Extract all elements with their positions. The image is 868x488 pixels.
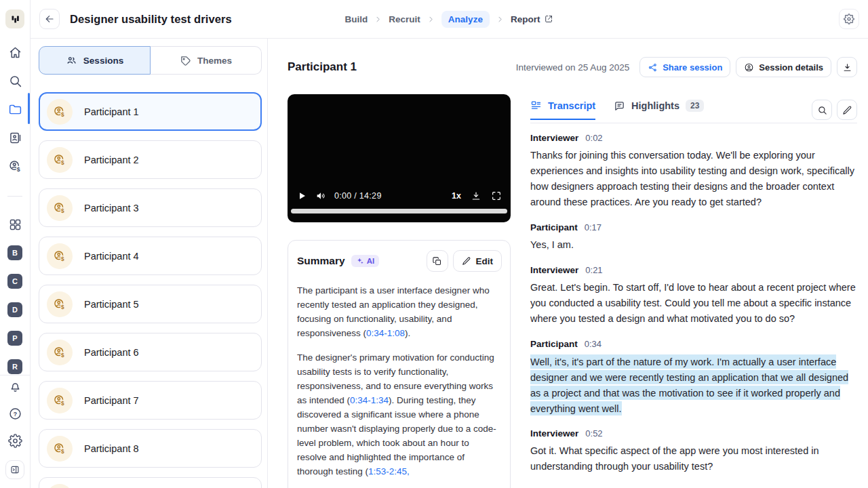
transcript-entry: Participant0:34Well, it's, it's part of … [530, 339, 857, 416]
home-icon[interactable] [0, 44, 30, 60]
video-seekbar[interactable] [291, 209, 507, 214]
participant-list-item[interactable]: $Participant 5 [39, 285, 262, 323]
search-transcript-button[interactable] [812, 100, 832, 120]
edit-summary-button[interactable]: Edit [453, 250, 502, 272]
participant-name: Participant 8 [84, 443, 139, 454]
folder-icon[interactable] [0, 101, 30, 117]
volume-icon[interactable] [315, 190, 326, 201]
copy-summary-button[interactable] [427, 250, 448, 272]
breadcrumb-item-recruit[interactable]: Recruit [389, 14, 420, 24]
tab-themes[interactable]: Themes [151, 46, 262, 75]
transcript-text[interactable]: Yes, I am. [530, 237, 857, 253]
timestamp[interactable]: 0:17 [585, 222, 601, 232]
transcript-text[interactable]: Well, it's, it's part of the nature of m… [530, 354, 857, 416]
participant-list-item[interactable]: $Participant 2 [39, 140, 262, 179]
sparkle-icon [356, 257, 364, 265]
timestamp[interactable]: 0:02 [585, 133, 602, 143]
play-button[interactable] [296, 190, 307, 201]
project-avatar-b[interactable]: B [0, 245, 30, 261]
participant-list-item[interactable]: $Participant 6 [39, 333, 262, 371]
transcript-tabs: Transcript Highlights 23 [530, 100, 857, 123]
timestamp[interactable]: 0:21 [585, 265, 602, 275]
tab-transcript[interactable]: Transcript [530, 100, 595, 120]
search-icon [817, 105, 827, 115]
playback-speed-button[interactable]: 1x [452, 191, 461, 201]
pencil-icon [462, 256, 471, 266]
transcript-text[interactable]: Great. Let's begin. To start off, I'd lo… [530, 280, 857, 327]
project-avatar-letter: B [7, 245, 22, 260]
transcript-entry: Interviewer0:21Great. Let's begin. To st… [530, 265, 857, 327]
participant-name: Participant 6 [84, 347, 139, 358]
timestamp-link[interactable]: 0:34-1:08 [366, 328, 405, 338]
tab-sessions[interactable]: Sessions [39, 46, 151, 75]
settings-button[interactable] [839, 9, 859, 29]
participant-name: Participant 2 [84, 155, 139, 165]
back-button[interactable] [39, 9, 60, 29]
tab-highlights[interactable]: Highlights 23 [614, 100, 704, 119]
transcript-text[interactable]: Got it. What specific aspect of the app … [530, 443, 857, 474]
project-avatar-c[interactable]: C [0, 273, 30, 289]
external-link-icon [544, 14, 553, 24]
bell-icon[interactable] [0, 378, 30, 394]
project-avatar-r[interactable]: R [0, 359, 30, 375]
highlighted-text[interactable]: Well, it's, it's part of the nature of m… [530, 354, 848, 415]
transcript-entry: Interviewer0:02Thanks for joining this c… [530, 133, 857, 210]
project-avatar-p[interactable]: P [0, 330, 30, 346]
summary-card: Summary AI Edit [288, 240, 511, 488]
timestamp-link[interactable]: 1:53-2:45, [368, 466, 410, 476]
people-icon [66, 55, 77, 66]
timestamp-link[interactable]: 0:34-1:34 [350, 395, 389, 405]
transcript-entry-header: Interviewer0:02 [530, 133, 857, 143]
participant-avatar-icon: $ [47, 340, 73, 365]
svg-text:$: $ [61, 256, 64, 262]
video-player[interactable]: 0:00 / 14:29 1x [288, 94, 511, 222]
share-session-button[interactable]: Share session [639, 57, 730, 77]
summary-body: The participant is a user interface desi… [288, 272, 510, 479]
summary-title: Summary [297, 255, 345, 267]
collapse-sidebar-button[interactable] [5, 460, 24, 479]
participant-avatar-icon: $ [47, 484, 73, 488]
search-icon[interactable] [0, 73, 30, 89]
download-session-button[interactable] [837, 57, 857, 77]
breadcrumb: BuildRecruitAnalyzeReport [345, 11, 554, 28]
participant-payment-icon[interactable]: $ [0, 158, 30, 174]
back-arrow-icon [44, 14, 55, 24]
sessions-panel: Sessions Themes $Participant 1$Participa… [31, 39, 268, 488]
session-header: Participant 1 Interviewed on 25 Aug 2025… [288, 57, 857, 77]
svg-text:$: $ [61, 111, 64, 118]
project-avatar-d[interactable]: D [0, 302, 30, 318]
chevron-right-icon [427, 15, 435, 24]
tag-icon [180, 55, 191, 66]
timestamp[interactable]: 0:34 [585, 339, 601, 349]
participant-list-item[interactable]: $Participant 3 [39, 188, 262, 227]
fullscreen-button[interactable] [491, 190, 502, 201]
apps-grid-icon[interactable] [0, 216, 30, 232]
participant-list-item[interactable]: $Participant 8 [39, 429, 262, 468]
speaker-name: Participant [530, 222, 578, 232]
breadcrumb-item-build[interactable]: Build [345, 14, 368, 24]
transcript-content[interactable]: Interviewer0:02Thanks for joining this c… [530, 123, 857, 488]
app-logo-icon[interactable] [5, 9, 24, 28]
participant-list-item[interactable]: $Participant 1 [39, 92, 262, 131]
timestamp[interactable]: 0:52 [585, 428, 602, 439]
session-details-button[interactable]: Session details [736, 57, 831, 77]
svg-text:$: $ [61, 448, 64, 455]
breadcrumb-item-analyze[interactable]: Analyze [441, 11, 490, 28]
participant-list-item[interactable]: $Participant 4 [39, 237, 262, 275]
copy-icon [432, 256, 442, 266]
help-icon[interactable]: ? [0, 405, 30, 422]
edit-transcript-button[interactable] [837, 100, 857, 120]
gear-icon [844, 14, 854, 24]
participant-list-item[interactable]: $Participant 7 [39, 381, 262, 420]
svg-text:$: $ [61, 352, 64, 359]
project-avatar-letter: D [7, 302, 22, 317]
video-download-button[interactable] [471, 190, 481, 201]
collapse-panel-icon [9, 464, 20, 475]
panel-tabs: Sessions Themes [39, 46, 262, 75]
breadcrumb-item-report[interactable]: Report [511, 14, 554, 24]
contacts-icon[interactable] [0, 129, 30, 146]
transcript-text[interactable]: Thanks for joining this conversation tod… [530, 148, 857, 210]
settings-icon[interactable] [0, 432, 30, 449]
participant-avatar-icon: $ [47, 291, 73, 317]
participant-list-item[interactable]: $Participant 9 [39, 477, 262, 488]
